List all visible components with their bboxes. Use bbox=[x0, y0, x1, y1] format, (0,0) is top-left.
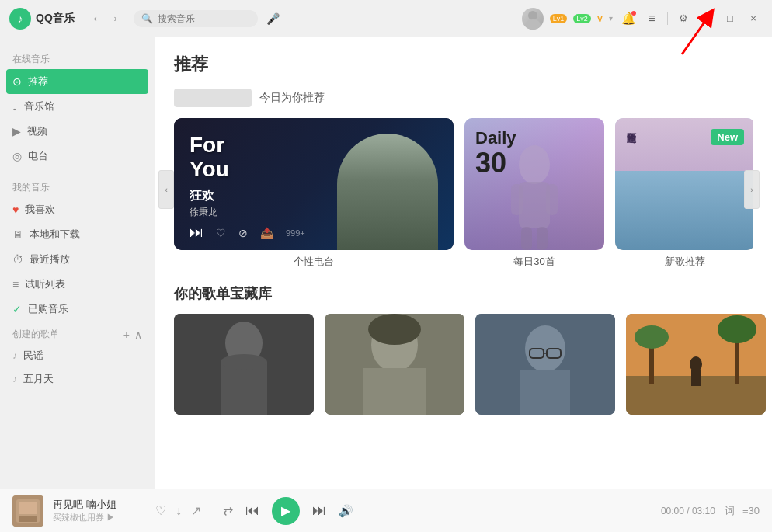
sidebar-item-music-hall[interactable]: ♩ 音乐馆 bbox=[0, 94, 155, 119]
playlist-grid bbox=[174, 314, 753, 415]
sidebar-item-purchased[interactable]: ✓ 已购音乐 bbox=[0, 297, 155, 322]
card-new-songs[interactable]: 阿昀重逢 New bbox=[615, 118, 753, 250]
playlist-item-may5[interactable]: ♪ 五月天 bbox=[0, 367, 155, 391]
collapse-playlist-button[interactable]: ∧ bbox=[134, 329, 142, 341]
recommend-icon: ⊙ bbox=[12, 75, 22, 88]
sidebar-item-radio[interactable]: ◎ 电台 bbox=[0, 144, 155, 169]
app-logo: ♪ QQ音乐 bbox=[9, 8, 75, 30]
add-playlist-button[interactable]: + bbox=[123, 329, 130, 341]
settings-button[interactable]: ⚙ bbox=[674, 9, 693, 28]
playlist-card-1[interactable] bbox=[174, 314, 314, 415]
user-avatar[interactable] bbox=[522, 8, 544, 30]
new-badge: New bbox=[711, 129, 744, 145]
cards-outer: ‹ 狂欢 ForYou 狂欢 徐秉龙 bbox=[174, 118, 753, 269]
nav-buttons: ‹ › bbox=[87, 10, 124, 27]
section2-title: 你的歌单宝藏库 bbox=[174, 284, 753, 303]
level2-badge: Lv2 bbox=[573, 14, 591, 23]
svg-rect-7 bbox=[546, 184, 558, 215]
playlist-icon-may5: ♪ bbox=[12, 374, 17, 384]
svg-rect-16 bbox=[363, 368, 426, 415]
playlist-person-1 bbox=[174, 314, 314, 415]
share-icon[interactable]: 📤 bbox=[260, 227, 273, 239]
app-name: QQ音乐 bbox=[36, 12, 75, 26]
player-share-button[interactable]: ↗ bbox=[191, 503, 201, 518]
player-prev-button[interactable]: ⏮ bbox=[245, 502, 259, 519]
for-you-text: ForYou bbox=[190, 134, 229, 182]
song-artist: 徐秉龙 bbox=[190, 206, 217, 219]
playlist-card-3[interactable] bbox=[475, 314, 615, 415]
sidebar-item-video[interactable]: ▶ 视频 bbox=[0, 119, 155, 144]
sidebar-item-try-list[interactable]: ≡ 试听列表 bbox=[0, 272, 155, 297]
player-extra-buttons: 词 ≡30 bbox=[725, 504, 760, 518]
playlist-item-folk[interactable]: ♪ 民谣 bbox=[0, 344, 155, 367]
player-song-info: 再见吧 喃小姐 买辣椒也用券 ▶ bbox=[53, 498, 146, 523]
player-next-button[interactable]: ⏭ bbox=[312, 502, 326, 519]
mic-button[interactable]: 🎤 bbox=[264, 9, 283, 28]
player-volume-button[interactable]: 🔊 bbox=[339, 504, 353, 518]
daily-text: Daily 30 bbox=[475, 129, 516, 179]
menu-button[interactable]: ≡ bbox=[642, 9, 661, 28]
player-action-buttons: ♡ ↓ ↗ bbox=[155, 503, 201, 518]
user-area: Lv1 Lv2 V ▾ bbox=[522, 8, 613, 30]
maximize-button[interactable]: □ bbox=[721, 9, 739, 28]
try-list-icon: ≡ bbox=[12, 278, 19, 290]
cards-row: 狂欢 ForYou 狂欢 徐秉龙 ⏭ ♡ ⊘ 📤 bbox=[174, 118, 753, 269]
playlist-person-2 bbox=[325, 314, 464, 415]
shuffle-button[interactable]: ⇄ bbox=[223, 503, 233, 518]
sidebar-item-recommend[interactable]: ⊙ 推荐 bbox=[6, 69, 148, 94]
search-input[interactable] bbox=[158, 13, 251, 24]
card-daily30[interactable]: Daily 30 bbox=[464, 118, 604, 250]
svg-rect-20 bbox=[520, 370, 570, 415]
player-play-button[interactable]: ▶ bbox=[272, 497, 300, 525]
playlist-scene-4 bbox=[626, 314, 766, 415]
card-for-you[interactable]: 狂欢 ForYou 狂欢 徐秉龙 ⏭ ♡ ⊘ 📤 bbox=[174, 118, 454, 250]
sidebar-item-favorite[interactable]: ♥ 我喜欢 bbox=[0, 197, 155, 222]
search-bar[interactable]: 🔍 bbox=[134, 10, 258, 27]
play-next-icon[interactable]: ⏭ bbox=[190, 224, 203, 241]
minimize-button[interactable]: — bbox=[697, 9, 716, 28]
like-icon[interactable]: ♡ bbox=[216, 227, 226, 239]
sidebar-item-local[interactable]: 🖥 本地和下载 bbox=[0, 222, 155, 247]
sidebar: 在线音乐 ⊙ 推荐 ♩ 音乐馆 ▶ 视频 ◎ 电台 我的音乐 ♥ 我喜欢 🖥 本… bbox=[0, 37, 155, 489]
svg-point-29 bbox=[718, 315, 756, 343]
my-section-title: 我的音乐 bbox=[0, 175, 155, 197]
logo-icon: ♪ bbox=[9, 8, 31, 30]
song-controls: ⏭ ♡ ⊘ 📤 999+ bbox=[190, 224, 305, 241]
player-song-name: 再见吧 喃小姐 bbox=[53, 498, 146, 512]
level1-badge: Lv1 bbox=[550, 14, 568, 23]
local-icon: 🖥 bbox=[12, 228, 23, 241]
play-icon: ▶ bbox=[281, 503, 290, 518]
player-playlist-button[interactable]: ≡30 bbox=[742, 505, 760, 516]
cards-next-button[interactable]: › bbox=[744, 170, 760, 209]
svg-rect-8 bbox=[521, 227, 532, 250]
playlist-card-4[interactable] bbox=[626, 314, 766, 415]
online-section-title: 在线音乐 bbox=[0, 47, 155, 69]
svg-rect-12 bbox=[221, 362, 267, 415]
sidebar-item-recent[interactable]: ⏱ 最近播放 bbox=[0, 247, 155, 272]
player-like-button[interactable]: ♡ bbox=[155, 503, 166, 518]
person-silhouette bbox=[337, 134, 438, 250]
player-thumbnail[interactable] bbox=[12, 495, 43, 527]
forward-button[interactable]: › bbox=[107, 10, 124, 27]
cards-prev-button[interactable]: ‹ bbox=[158, 170, 174, 209]
player-lyrics-button[interactable]: 词 bbox=[725, 504, 735, 518]
back-button[interactable]: ‹ bbox=[87, 10, 104, 27]
player-bar: 再见吧 喃小姐 买辣椒也用券 ▶ ♡ ↓ ↗ ⇄ ⏮ ▶ ⏭ 🔊 00:00 /… bbox=[0, 489, 772, 532]
create-section-header: 创建的歌单 + ∧ bbox=[0, 322, 155, 344]
dislike-icon[interactable]: ⊘ bbox=[238, 227, 248, 239]
card-wrapper-foryou: 狂欢 ForYou 狂欢 徐秉龙 ⏭ ♡ ⊘ 📤 bbox=[174, 118, 454, 269]
svg-point-27 bbox=[635, 325, 669, 349]
svg-point-17 bbox=[368, 314, 421, 345]
purchased-icon: ✓ bbox=[12, 303, 22, 315]
player-download-button[interactable]: ↓ bbox=[176, 504, 182, 518]
player-controls: ⇄ ⏮ ▶ ⏭ 🔊 bbox=[223, 497, 353, 525]
playlist-card-2[interactable] bbox=[325, 314, 464, 415]
card-wrapper-daily: Daily 30 每日30首 bbox=[464, 118, 604, 269]
song-info: 狂欢 徐秉龙 bbox=[190, 188, 217, 219]
notification-button[interactable]: 🔔 bbox=[619, 9, 638, 28]
svg-point-3 bbox=[525, 19, 541, 30]
dropdown-arrow[interactable]: ▾ bbox=[609, 14, 613, 23]
playlist-icon-folk: ♪ bbox=[12, 350, 17, 361]
video-icon: ▶ bbox=[12, 125, 21, 137]
close-button[interactable]: × bbox=[744, 9, 763, 28]
